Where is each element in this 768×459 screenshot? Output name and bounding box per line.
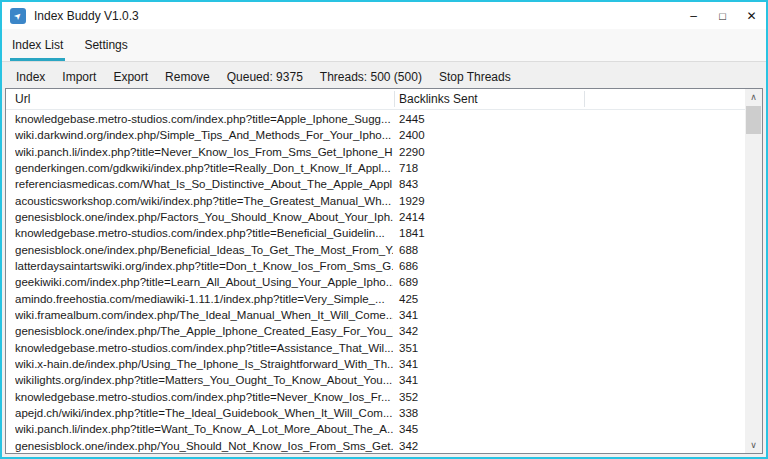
- row-backlinks: 341: [399, 307, 418, 323]
- import-button[interactable]: Import: [62, 70, 96, 84]
- tab-index-list-label: Index List: [12, 38, 63, 52]
- minimize-icon: –: [690, 9, 697, 23]
- row-backlinks: 341: [399, 356, 418, 372]
- row-url: wiki.x-hain.de/index.php/Using_The_Iphon…: [15, 356, 393, 372]
- row-url: genesisblock.one/index.php/Factors_You_S…: [15, 209, 393, 225]
- row-url: wiki.panch.li/index.php?title=Never_Know…: [15, 144, 393, 160]
- table-row[interactable]: genderkingen.com/gdkwiki/index.php?title…: [6, 160, 745, 176]
- toolbar: Index Import Export Remove Queued: 9375 …: [2, 64, 766, 90]
- row-url: genderkingen.com/gdkwiki/index.php?title…: [15, 160, 393, 176]
- table-body: knowledgebase.metro-studios.com/index.ph…: [6, 111, 745, 453]
- tab-index-list[interactable]: Index List: [10, 29, 65, 61]
- row-backlinks: 351: [399, 340, 418, 356]
- table-row[interactable]: genesisblock.one/index.php/The_Apple_Iph…: [6, 323, 745, 339]
- stop-threads-button[interactable]: Stop Threads: [439, 70, 511, 84]
- table-row[interactable]: geekiwiki.com/index.php?title=Learn_All_…: [6, 274, 745, 290]
- table-row[interactable]: wiki.panch.li/index.php?title=Want_To_Kn…: [6, 421, 745, 437]
- table-row[interactable]: genesisblock.one/index.php/Beneficial_Id…: [6, 242, 745, 258]
- table-row[interactable]: genesisblock.one/index.php/You_Should_No…: [6, 438, 745, 453]
- row-url: wiki.framealbum.com/index.php/The_Ideal_…: [15, 307, 393, 323]
- row-backlinks: 345: [399, 421, 418, 437]
- table-row[interactable]: knowledgebase.metro-studios.com/index.ph…: [6, 111, 745, 127]
- row-backlinks: 688: [399, 242, 418, 258]
- vertical-scrollbar[interactable]: ∧ ∨: [745, 89, 762, 453]
- tab-bar: Index List Settings: [2, 29, 766, 61]
- scroll-up-button[interactable]: ∧: [745, 89, 762, 105]
- row-url: acousticsworkshop.com/wiki/index.php?tit…: [15, 193, 393, 209]
- table-row[interactable]: latterdaysaintartswiki.org/index.php?tit…: [6, 258, 745, 274]
- row-backlinks: 718: [399, 160, 418, 176]
- row-backlinks: 425: [399, 291, 418, 307]
- app-icon: ➤: [10, 8, 26, 24]
- table-header: Url Backlinks Sent: [6, 89, 745, 110]
- chevron-up-icon: ∧: [750, 92, 757, 102]
- table-row[interactable]: knowledgebase.metro-studios.com/index.ph…: [6, 340, 745, 356]
- row-url: referenciasmedicas.com/What_Is_So_Distin…: [15, 176, 393, 192]
- title-bar: ➤ Index Buddy V1.0.3 – □ ✕: [2, 2, 766, 29]
- table-row[interactable]: wiki.darkwind.org/index.php/Simple_Tips_…: [6, 127, 745, 143]
- column-divider[interactable]: [394, 91, 395, 107]
- row-backlinks: 338: [399, 405, 418, 421]
- table-row[interactable]: wiki.framealbum.com/index.php/The_Ideal_…: [6, 307, 745, 323]
- tab-settings-label: Settings: [84, 38, 127, 52]
- row-backlinks: 342: [399, 438, 418, 453]
- queued-count-label: Queued: 9375: [227, 70, 303, 84]
- table-row[interactable]: referenciasmedicas.com/What_Is_So_Distin…: [6, 176, 745, 192]
- row-backlinks: 2445: [399, 111, 425, 127]
- maximize-button[interactable]: □: [708, 2, 737, 29]
- row-url: apejd.ch/wiki/index.php?title=The_Ideal_…: [15, 405, 393, 421]
- window-controls: – □ ✕: [679, 2, 766, 29]
- row-backlinks: 2414: [399, 209, 425, 225]
- row-url: knowledgebase.metro-studios.com/index.ph…: [15, 389, 393, 405]
- app-window: ➤ Index Buddy V1.0.3 – □ ✕ Index List Se…: [0, 0, 768, 459]
- close-icon: ✕: [746, 9, 756, 23]
- row-backlinks: 1841: [399, 225, 425, 241]
- row-backlinks: 352: [399, 389, 418, 405]
- remove-button[interactable]: Remove: [165, 70, 210, 84]
- paper-plane-icon: ➤: [12, 9, 24, 21]
- table-row[interactable]: knowledgebase.metro-studios.com/index.ph…: [6, 389, 745, 405]
- table-row[interactable]: genesisblock.one/index.php/Factors_You_S…: [6, 209, 745, 225]
- maximize-icon: □: [719, 10, 726, 22]
- window-title: Index Buddy V1.0.3: [34, 9, 139, 23]
- row-url: knowledgebase.metro-studios.com/index.ph…: [15, 225, 393, 241]
- table-row[interactable]: knowledgebase.metro-studios.com/index.ph…: [6, 225, 745, 241]
- row-url: wikilights.org/index.php?title=Matters_Y…: [15, 372, 393, 388]
- row-backlinks: 2400: [399, 127, 425, 143]
- row-url: genesisblock.one/index.php/You_Should_No…: [15, 438, 393, 453]
- table-row[interactable]: apejd.ch/wiki/index.php?title=The_Ideal_…: [6, 405, 745, 421]
- url-table: Url Backlinks Sent knowledgebase.metro-s…: [5, 88, 763, 454]
- minimize-button[interactable]: –: [679, 2, 708, 29]
- scrollbar-thumb[interactable]: [746, 106, 761, 134]
- export-button[interactable]: Export: [113, 70, 148, 84]
- close-button[interactable]: ✕: [737, 2, 766, 29]
- row-url: wiki.darkwind.org/index.php/Simple_Tips_…: [15, 127, 393, 143]
- row-backlinks: 686: [399, 258, 418, 274]
- table-row[interactable]: wiki.x-hain.de/index.php/Using_The_Iphon…: [6, 356, 745, 372]
- row-backlinks: 1929: [399, 193, 425, 209]
- chevron-down-icon: ∨: [750, 440, 757, 450]
- tab-settings[interactable]: Settings: [82, 29, 129, 61]
- row-backlinks: 341: [399, 372, 418, 388]
- row-url: amindo.freehostia.com/mediawiki-1.11.1/i…: [15, 291, 393, 307]
- scroll-down-button[interactable]: ∨: [745, 437, 762, 453]
- row-url: genesisblock.one/index.php/The_Apple_Iph…: [15, 323, 393, 339]
- table-row[interactable]: wikilights.org/index.php?title=Matters_Y…: [6, 372, 745, 388]
- row-url: latterdaysaintartswiki.org/index.php?tit…: [15, 258, 393, 274]
- column-header-backlinks-sent[interactable]: Backlinks Sent: [399, 89, 478, 110]
- table-row[interactable]: amindo.freehostia.com/mediawiki-1.11.1/i…: [6, 291, 745, 307]
- table-row[interactable]: acousticsworkshop.com/wiki/index.php?tit…: [6, 193, 745, 209]
- row-backlinks: 2290: [399, 144, 425, 160]
- row-url: knowledgebase.metro-studios.com/index.ph…: [15, 111, 393, 127]
- content-area: Index Import Export Remove Queued: 9375 …: [2, 61, 766, 457]
- index-button[interactable]: Index: [16, 70, 45, 84]
- row-url: knowledgebase.metro-studios.com/index.ph…: [15, 340, 393, 356]
- column-header-url[interactable]: Url: [15, 89, 30, 110]
- column-divider[interactable]: [584, 91, 585, 107]
- row-backlinks: 843: [399, 176, 418, 192]
- row-url: genesisblock.one/index.php/Beneficial_Id…: [15, 242, 393, 258]
- row-backlinks: 689: [399, 274, 418, 290]
- row-backlinks: 342: [399, 323, 418, 339]
- table-row[interactable]: wiki.panch.li/index.php?title=Never_Know…: [6, 144, 745, 160]
- threads-count-label: Threads: 500 (500): [320, 70, 422, 84]
